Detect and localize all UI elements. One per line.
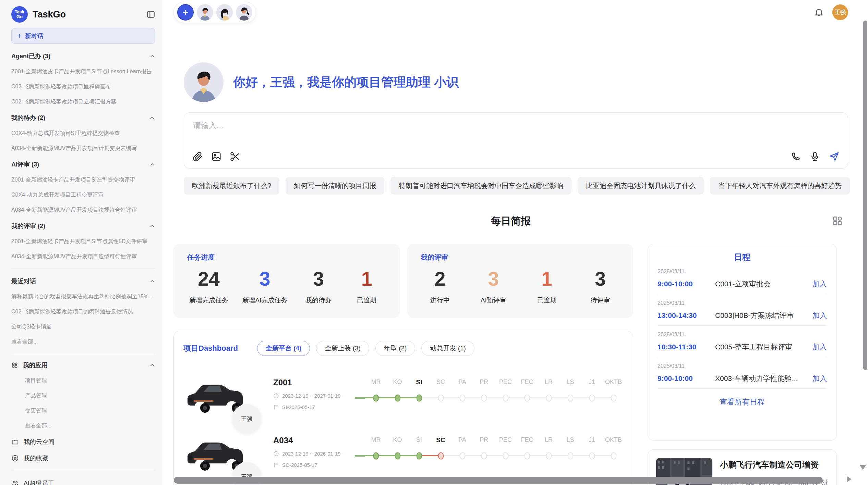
microphone-button[interactable] <box>809 151 820 162</box>
milestone-dot[interactable] <box>611 452 616 459</box>
user-avatar[interactable]: 王强 <box>832 4 848 20</box>
milestone-dot[interactable] <box>589 394 595 401</box>
recent-chat-item[interactable]: 解释最新出台的欧盟报废车法规再生塑料比例被调至15%... <box>11 293 155 300</box>
chevron-up-icon[interactable] <box>149 223 155 229</box>
stat-item[interactable]: 1 已逾期 <box>350 268 384 305</box>
event-join-link[interactable]: 加入 <box>812 342 827 352</box>
milestone-dot[interactable] <box>438 452 444 459</box>
stat-item[interactable]: 3 新增AI完成任务 <box>242 268 288 305</box>
app-menu-item[interactable]: 变更管理 <box>25 407 155 414</box>
suggestion-chip[interactable]: 特朗普可能对进口汽车增税会对中国车企造成哪些影响 <box>390 177 571 195</box>
sidebar-item-favorites[interactable]: 我的收藏 <box>11 454 155 462</box>
assistant-avatar-2[interactable] <box>216 4 233 21</box>
chevron-up-icon[interactable] <box>149 161 155 167</box>
app-menu-item[interactable]: 项目管理 <box>25 377 155 384</box>
milestone-dot[interactable] <box>503 452 508 459</box>
event-join-link[interactable]: 加入 <box>812 279 827 289</box>
chevron-up-icon[interactable] <box>149 362 155 368</box>
dashboard-filter-tab[interactable]: 全新平台 (4) <box>257 341 310 356</box>
new-chat-button[interactable]: + 新对话 <box>11 28 155 44</box>
app-menu-item[interactable]: 查看全部... <box>25 422 155 430</box>
sidebar-item[interactable]: Z001-全新燃油皮卡产品开发项目SI节点Lesson Learn报告 <box>11 68 155 75</box>
recent-view-all-link[interactable]: 查看全部... <box>11 338 155 346</box>
horizontal-scrollbar[interactable] <box>174 477 823 484</box>
milestone-dot[interactable] <box>373 452 379 459</box>
event-join-link[interactable]: 加入 <box>812 374 827 383</box>
milestone-dot[interactable] <box>546 452 552 459</box>
sidebar-item-cloud-space[interactable]: 我的云空间 <box>11 438 155 446</box>
suggestion-chip[interactable]: 比亚迪全固态电池计划具体说了什么 <box>578 177 704 195</box>
milestone-dot[interactable] <box>416 452 422 459</box>
milestone-dot[interactable] <box>438 394 444 401</box>
scroll-down-arrow[interactable] <box>860 465 866 470</box>
project-row[interactable]: 王强 A034 2023-12-19 ~ 2026-01-19 <box>183 436 623 472</box>
milestone-dot[interactable] <box>567 452 573 459</box>
stat-item[interactable]: 24 新增完成任务 <box>189 268 228 305</box>
milestone-dot[interactable] <box>481 452 487 459</box>
event-join-link[interactable]: 加入 <box>812 311 827 320</box>
recent-chat-item[interactable]: 公司Q3轻卡销量 <box>11 323 155 331</box>
recent-chat-item[interactable]: C02-飞腾新能源轻客改款项目的闭环通告反馈情况 <box>11 308 155 315</box>
sidebar-item[interactable]: A034-全新新能源MUV产品开发项目法规符合性评审 <box>11 207 155 214</box>
sidebar-item[interactable]: C02-飞腾新能源轻客改款项目立项汇报方案 <box>11 98 155 105</box>
sidebar-section-header[interactable]: 我的评审 (2) <box>11 222 155 230</box>
stat-item[interactable]: 3 待评审 <box>583 268 617 305</box>
milestone-dot[interactable] <box>416 394 422 401</box>
milestone-dot[interactable] <box>395 452 400 459</box>
stat-item[interactable]: 1 已逾期 <box>530 268 564 305</box>
milestone-dot[interactable] <box>481 394 487 401</box>
milestone-dot[interactable] <box>503 394 508 401</box>
view-all-schedule-link[interactable]: 查看所有日程 <box>658 397 827 407</box>
sidebar-item[interactable]: A034-全新新能源MUV产品开发项目造型可行性评审 <box>11 253 155 260</box>
stat-item[interactable]: 2 进行中 <box>423 268 457 305</box>
sidebar-item[interactable]: A034-全新新能源MUV产品开发项目计划变更表编写 <box>11 145 155 152</box>
image-upload-button[interactable] <box>211 151 222 162</box>
sidebar-item[interactable]: C0X4-动力总成开发项目工程变更评审 <box>11 191 155 199</box>
dashboard-filter-tab[interactable]: 年型 (2) <box>375 341 415 356</box>
snippet-button[interactable] <box>229 151 240 162</box>
chevron-up-icon[interactable] <box>149 278 155 284</box>
recent-chats-header[interactable]: 最近对话 <box>11 277 155 285</box>
chevron-up-icon[interactable] <box>149 53 155 59</box>
vertical-scrollbar[interactable] <box>863 21 867 370</box>
attach-button[interactable] <box>192 151 203 162</box>
voice-call-button[interactable] <box>790 151 801 162</box>
sidebar-section-header[interactable]: AI评审 (3) <box>11 160 155 169</box>
milestone-dot[interactable] <box>524 394 530 401</box>
layout-grid-button[interactable] <box>832 215 843 227</box>
assistant-avatar-1[interactable] <box>197 4 213 21</box>
scroll-right-arrow[interactable] <box>847 476 852 482</box>
sidebar-section-header[interactable]: 我的待办 (2) <box>11 114 155 122</box>
milestone-dot[interactable] <box>459 452 465 459</box>
sidebar-item[interactable]: C0X4-动力总成开发项目SI里程碑提交物检查 <box>11 130 155 137</box>
stat-item[interactable]: 3 AI预评审 <box>476 268 510 305</box>
notifications-button[interactable] <box>814 7 824 17</box>
project-row[interactable]: 王强 Z001 2023-12-19 ~ 2027-01-19 <box>183 378 623 414</box>
chevron-up-icon[interactable] <box>149 115 155 121</box>
dashboard-filter-tab[interactable]: 动总开发 (1) <box>421 341 474 356</box>
milestone-dot[interactable] <box>524 452 530 459</box>
sidebar-item[interactable]: Z001-全新燃油轻卡产品开发项目SI造型提交物评审 <box>11 176 155 184</box>
assistant-avatar-3[interactable] <box>236 4 252 21</box>
milestone-dot[interactable] <box>459 394 465 401</box>
milestone-dot[interactable] <box>395 394 400 401</box>
sidebar-item[interactable]: Z001-全新燃油轻卡产品开发项目SI节点属性5D文件评审 <box>11 238 155 245</box>
stat-item[interactable]: 3 我的待办 <box>301 268 336 305</box>
sidebar-item[interactable]: C02-飞腾新能源轻客改款项目里程碑画布 <box>11 83 155 90</box>
milestone-dot[interactable] <box>546 394 552 401</box>
add-assistant-button[interactable]: + <box>177 4 194 21</box>
collapse-sidebar-button[interactable] <box>146 10 155 19</box>
milestone-dot[interactable] <box>373 394 379 401</box>
sidebar-item-ai-staff[interactable]: AI超级员工 <box>11 479 155 485</box>
app-menu-item[interactable]: 产品管理 <box>25 392 155 399</box>
dashboard-filter-tab[interactable]: 全新上装 (3) <box>316 341 369 356</box>
suggestion-chip[interactable]: 当下年轻人对汽车外观有怎样的喜好趋势 <box>710 177 850 195</box>
milestone-dot[interactable] <box>589 452 595 459</box>
milestone-dot[interactable] <box>567 394 573 401</box>
my-apps-header[interactable]: 我的应用 <box>11 361 155 369</box>
milestone-dot[interactable] <box>611 394 616 401</box>
chat-input[interactable] <box>193 120 839 141</box>
sidebar-section-header[interactable]: Agent已办 (3) <box>11 52 155 60</box>
send-button[interactable] <box>829 151 840 162</box>
suggestion-chip[interactable]: 如何写一份清晰的项目周报 <box>286 177 384 195</box>
